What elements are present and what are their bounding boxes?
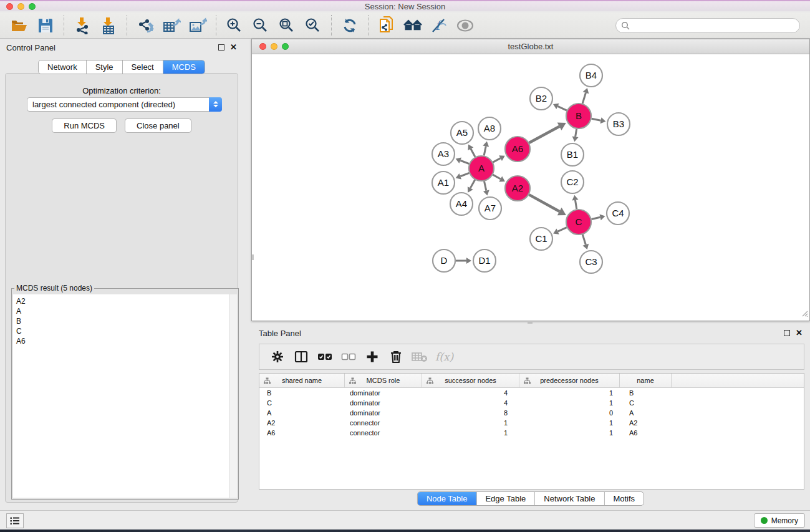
zoom-in-icon[interactable] (225, 16, 244, 35)
tab-network-table[interactable]: Network Table (535, 492, 604, 505)
column-header[interactable]: name (620, 374, 672, 387)
graph-edge[interactable] (529, 127, 559, 143)
criterion-dropdown[interactable]: largest connected component (directed) (27, 97, 222, 112)
graph-edge-arrow-icon (572, 136, 579, 142)
refresh-icon[interactable] (340, 16, 359, 35)
float-panel-icon[interactable] (218, 44, 224, 51)
graph-edge[interactable] (493, 175, 500, 179)
tab-network[interactable]: Network (39, 60, 87, 74)
save-session-icon[interactable] (36, 16, 55, 35)
tab-motifs[interactable]: Motifs (604, 492, 644, 505)
memory-button[interactable]: Memory (754, 513, 805, 528)
export-network-icon[interactable] (136, 16, 155, 35)
network-graph[interactable]: B4B2BB3B1A5A8A6A3AA1A2C2A4A7C4CC1DD1C3 (252, 54, 809, 321)
home-view-icon[interactable] (403, 16, 422, 35)
network-window-titlebar[interactable]: testGlobe.txt (252, 39, 809, 54)
import-network-icon[interactable] (73, 16, 92, 35)
node-table[interactable]: shared nameMCDS rolesuccessor nodesprede… (259, 373, 804, 490)
graph-edge-arrow-icon (466, 258, 471, 264)
graph-edge[interactable] (460, 160, 469, 163)
search-input[interactable] (633, 21, 794, 30)
mcds-result-list[interactable]: A2ABCA6 (13, 294, 237, 498)
table-cell: dominator (345, 409, 422, 417)
graph-edge[interactable] (582, 93, 586, 104)
graph-edge[interactable] (470, 180, 475, 188)
result-scrollbar[interactable] (229, 294, 237, 498)
result-item[interactable]: B (16, 316, 229, 326)
table-row[interactable]: Cdominator41C (259, 398, 804, 408)
result-item[interactable]: A6 (16, 336, 229, 346)
graph-edge[interactable] (592, 118, 601, 120)
delete-table-icon[interactable] (410, 347, 429, 366)
table-cell: dominator (345, 389, 422, 397)
tab-edge-table[interactable]: Edge Table (476, 492, 535, 505)
network-canvas[interactable]: B4B2BB3B1A5A8A6A3AA1A2C2A4A7C4CC1DD1C3 (252, 54, 809, 321)
close-table-panel-icon[interactable]: ✕ (796, 330, 803, 336)
graph-edge[interactable] (529, 195, 559, 211)
zoom-out-icon[interactable] (251, 16, 270, 35)
table-cell: 8 (422, 409, 519, 417)
table-header: shared nameMCDS rolesuccessor nodesprede… (259, 374, 804, 388)
function-builder-icon[interactable]: f(x) (435, 351, 453, 363)
column-header[interactable]: MCDS role (345, 374, 422, 387)
panel-grip[interactable] (252, 254, 254, 260)
search-field[interactable] (615, 18, 800, 33)
graph-edge[interactable] (471, 149, 475, 157)
graph-edge[interactable] (460, 173, 469, 176)
graph-node-label: A3 (438, 148, 449, 159)
run-mcds-button[interactable]: Run MCDS (52, 118, 117, 133)
task-history-button[interactable] (6, 513, 24, 528)
column-header-filler (672, 374, 804, 387)
plus-icon[interactable] (363, 347, 382, 366)
table-row[interactable]: Bdominator41B (259, 388, 804, 398)
graph-edge[interactable] (484, 147, 486, 156)
table-panel-title: Table Panel (259, 329, 301, 338)
export-image-icon[interactable] (188, 16, 207, 35)
table-row[interactable]: Adominator80A (259, 408, 804, 418)
network-view-window: testGlobe.txt B4B2BB3B1A5A8A6A3AA1A2C2A4… (251, 39, 810, 321)
function-disabled-icon[interactable]: f (430, 16, 448, 35)
select-all-icon[interactable] (316, 347, 334, 366)
gear-icon[interactable] (268, 347, 287, 366)
import-table-icon[interactable] (99, 16, 118, 35)
split-grip[interactable] (528, 322, 533, 324)
open-file-icon[interactable] (10, 16, 29, 35)
graph-edge[interactable] (576, 129, 577, 137)
column-header[interactable]: predecessor nodes (519, 374, 620, 387)
result-item[interactable]: A (16, 306, 229, 316)
graph-edge[interactable] (582, 235, 586, 244)
table-cell: A2 (259, 419, 345, 427)
graph-node-label: A4 (456, 198, 467, 209)
tab-node-table[interactable]: Node Table (418, 492, 477, 505)
resize-grip-icon[interactable] (801, 308, 808, 319)
export-table-icon[interactable] (162, 16, 181, 35)
trash-icon[interactable] (387, 347, 405, 366)
graph-node-label: A8 (484, 123, 495, 133)
table-cell: A6 (259, 429, 345, 437)
tab-mcds[interactable]: MCDS (163, 60, 205, 74)
columns-icon[interactable] (292, 347, 311, 366)
result-item[interactable]: A2 (16, 296, 229, 306)
graph-edge[interactable] (591, 217, 600, 219)
column-header[interactable]: successor nodes (422, 374, 519, 387)
graph-edge[interactable] (557, 106, 567, 110)
graph-edge[interactable] (493, 158, 501, 162)
deselect-all-icon[interactable] (339, 347, 358, 366)
graph-edge[interactable] (484, 181, 486, 191)
tab-select[interactable]: Select (123, 60, 163, 74)
tab-style[interactable]: Style (87, 60, 123, 74)
eye-icon[interactable] (456, 16, 475, 35)
table-row[interactable]: A6connector11A6 (259, 428, 804, 438)
zoom-selected-icon[interactable] (304, 16, 322, 35)
float-table-panel-icon[interactable] (784, 330, 790, 336)
column-header[interactable]: shared name (259, 374, 345, 387)
graph-edge[interactable] (558, 228, 567, 231)
duplicate-network-icon[interactable] (377, 16, 396, 35)
close-panel-icon[interactable]: ✕ (230, 44, 237, 51)
table-row[interactable]: A2connector11A2 (259, 418, 804, 428)
graph-node-label: B3 (613, 118, 624, 129)
result-item[interactable]: C (16, 326, 229, 336)
close-panel-button[interactable]: Close panel (125, 118, 191, 133)
zoom-fit-icon[interactable] (277, 16, 296, 35)
graph-edge[interactable] (575, 200, 576, 210)
